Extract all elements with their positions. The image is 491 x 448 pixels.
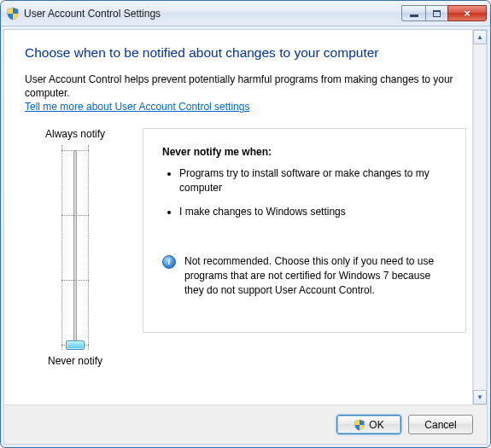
description-title: Never notify me when: [162,146,450,158]
notification-slider-group: Always notify Never notify [25,128,126,367]
intro-text: User Account Control helps prevent poten… [25,73,466,100]
window-title: User Account Control Settings [24,8,401,20]
info-icon: i [162,255,176,269]
uac-shield-icon [354,419,365,431]
dialog-footer: OK Cancel [4,404,487,444]
description-bullet: I make changes to Windows settings [179,205,450,218]
scroll-down-button[interactable]: ▼ [473,390,487,404]
slider-thumb[interactable] [66,340,85,350]
slider-label-bottom: Never notify [25,355,126,367]
recommendation-text: Not recommended. Choose this only if you… [184,254,450,297]
ok-button[interactable]: OK [336,415,401,434]
client-area: Choose when to be notified about changes… [1,26,490,447]
uac-shield-icon [6,7,20,20]
titlebar[interactable]: User Account Control Settings × [1,1,490,26]
page-heading: Choose when to be notified about changes… [25,45,466,61]
scroll-up-button[interactable]: ▲ [473,30,487,44]
uac-settings-window: User Account Control Settings × Choose w… [0,0,491,448]
cancel-button-label: Cancel [424,419,456,431]
close-button[interactable]: × [447,5,487,21]
help-link[interactable]: Tell me more about User Account Control … [25,101,249,113]
maximize-button[interactable] [425,5,447,21]
level-description-panel: Never notify me when: Programs try to in… [143,128,466,333]
window-controls: × [401,5,487,21]
description-bullet: Programs try to install software or make… [179,166,450,194]
cancel-button[interactable]: Cancel [408,415,473,434]
slider-label-top: Always notify [25,128,126,140]
notification-slider[interactable] [61,145,89,350]
ok-button-label: OK [369,419,383,431]
minimize-button[interactable] [401,5,425,21]
vertical-scrollbar[interactable]: ▲ ▼ [472,30,487,404]
